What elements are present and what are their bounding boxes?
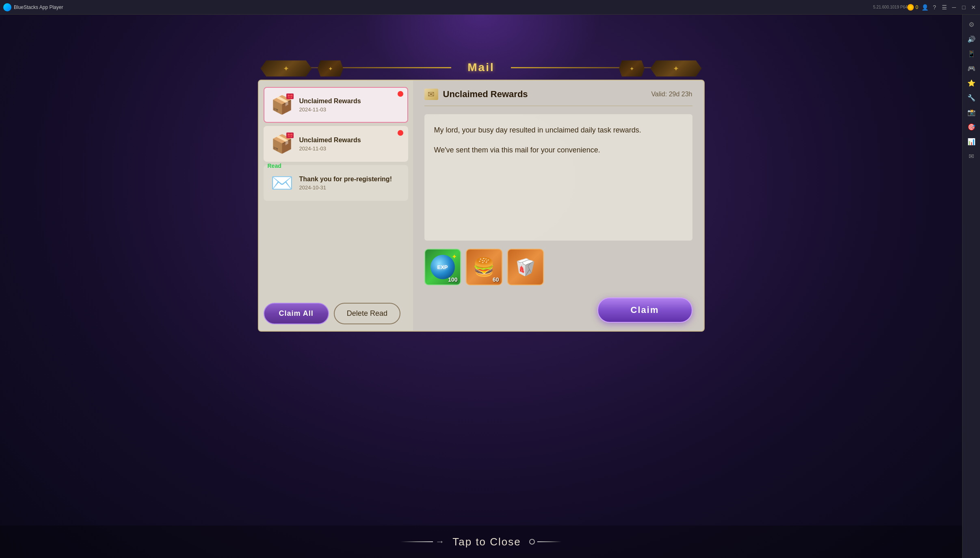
titlebar: BlueStacks App Player 5.21.600.1019 P64 … — [0, 0, 980, 15]
mail-item-info-2: Unclaimed Rewards 2024-11-03 — [299, 137, 402, 152]
mail-body-line2: We've sent them via this mail for your c… — [434, 144, 683, 156]
sidebar-icon-9[interactable]: 📊 — [965, 135, 978, 148]
food1-count: 60 — [493, 276, 499, 283]
account-button[interactable]: 👤 — [922, 4, 928, 11]
unread-dot-1 — [398, 91, 403, 97]
exp-crystal-icon: ✦ — [431, 255, 455, 279]
sidebar-icon-1[interactable]: ⚙ — [965, 18, 978, 31]
mail-item-1[interactable]: 📦 🎀 Unclaimed Rewards 2024-11-03 — [264, 87, 408, 123]
food1-icon: 🍔 — [473, 256, 495, 278]
sidebar-icon-2[interactable]: 🔊 — [965, 33, 978, 46]
mail-body-line1: My lord, your busy day resulted in uncla… — [434, 124, 683, 137]
app-version: 5.21.600.1019 P64 — [873, 5, 908, 9]
mail-item-date-3: 2024-10-31 — [299, 185, 402, 191]
mail-item-info-1: Unclaimed Rewards 2024-11-03 — [299, 98, 402, 113]
mail-actions-bottom: Claim — [424, 293, 692, 323]
mail-title-bar: ✦ ✦ Mail ✦ ✦ — [258, 55, 705, 80]
mail-title-decoration: ✦ ✦ Mail ✦ ✦ — [258, 55, 705, 80]
titlebar-controls: 0 👤 ? ☰ ─ □ ✕ — [907, 4, 977, 11]
maximize-button[interactable]: □ — [961, 4, 967, 11]
tap-line-left: → — [400, 536, 444, 547]
mail-validity: Valid: 29d 23h — [651, 91, 692, 98]
mail-detail-title-row: Unclaimed Rewards — [424, 89, 528, 100]
mail-detail-body: My lord, your busy day resulted in uncla… — [424, 114, 692, 241]
mail-detail-panel: Unclaimed Rewards Valid: 29d 23h My lord… — [413, 80, 704, 331]
coin-icon — [907, 4, 914, 11]
mail-icon-3: ✉️ — [270, 171, 294, 195]
help-button[interactable]: ? — [931, 4, 938, 11]
sidebar-icon-10[interactable]: ✉ — [965, 150, 978, 163]
mail-panel: ✦ ✦ Mail ✦ ✦ — [258, 55, 705, 332]
mail-icon-1: 📦 🎀 — [270, 93, 294, 117]
tap-line-right — [529, 539, 562, 545]
mail-item-3[interactable]: Read ✉️ Thank you for pre-registering! 2… — [264, 165, 408, 201]
exp-star: ✦ — [452, 253, 457, 261]
app-name: BlueStacks App Player — [14, 4, 870, 10]
delete-read-button[interactable]: Delete Read — [334, 303, 400, 324]
mail-item-2[interactable]: 📦 🎀 Unclaimed Rewards 2024-11-03 — [264, 126, 408, 162]
coin-display: 0 — [907, 4, 918, 11]
reward-food1: 🍔 60 — [466, 249, 502, 285]
sidebar-icon-4[interactable]: 🎮 — [965, 62, 978, 75]
mail-item-info-3: Thank you for pre-registering! 2024-10-3… — [299, 176, 402, 191]
coin-count: 0 — [915, 4, 918, 10]
mail-item-title-2: Unclaimed Rewards — [299, 137, 402, 144]
reward-food2: 🥡 — [507, 249, 544, 285]
app-logo — [3, 3, 11, 11]
menu-button[interactable]: ☰ — [941, 4, 948, 11]
mail-detail-header: Unclaimed Rewards Valid: 29d 23h — [424, 89, 692, 106]
sidebar-icon-7[interactable]: 📸 — [965, 106, 978, 119]
claim-all-button[interactable]: Claim All — [264, 303, 329, 324]
mail-item-title-3: Thank you for pre-registering! — [299, 176, 402, 183]
mail-icon-2: 📦 🎀 — [270, 132, 294, 156]
mail-content: 📦 🎀 Unclaimed Rewards 2024-11-03 — [258, 80, 705, 332]
sidebar-icon-3[interactable]: 📱 — [965, 47, 978, 60]
mail-item-title-1: Unclaimed Rewards — [299, 98, 402, 105]
sidebar-icon-5[interactable]: ⭐ — [965, 76, 978, 89]
food2-icon: 🥡 — [515, 258, 536, 277]
read-label: Read — [268, 163, 281, 169]
list-actions: Claim All Delete Read — [264, 296, 408, 324]
tap-bar[interactable]: → Tap to Close — [0, 525, 962, 558]
minimize-button[interactable]: ─ — [951, 4, 957, 11]
game-area: ✦ ✦ Mail ✦ ✦ — [0, 15, 962, 558]
mail-envelope-icon — [424, 89, 438, 100]
claim-button[interactable]: Claim — [597, 297, 692, 323]
close-button[interactable]: ✕ — [970, 4, 977, 11]
mail-title: Mail — [451, 61, 511, 74]
reward-exp: ✦ 100 — [424, 249, 461, 285]
sidebar-icon-6[interactable]: 🔧 — [965, 91, 978, 104]
exp-count: 100 — [448, 276, 457, 283]
mail-list-panel: 📦 🎀 Unclaimed Rewards 2024-11-03 — [259, 80, 413, 331]
mail-item-date-1: 2024-11-03 — [299, 106, 402, 113]
unread-dot-2 — [398, 130, 403, 136]
sidebar-icon-8[interactable]: 🎯 — [965, 120, 978, 133]
tap-to-close-text: Tap to Close — [452, 536, 521, 548]
right-sidebar: ⚙ 🔊 📱 🎮 ⭐ 🔧 📸 🎯 📊 ✉ — [962, 15, 980, 558]
mail-item-date-2: 2024-11-03 — [299, 145, 402, 152]
mail-rewards: ✦ 100 🍔 60 🥡 — [424, 249, 692, 285]
mail-detail-title: Unclaimed Rewards — [443, 89, 528, 100]
